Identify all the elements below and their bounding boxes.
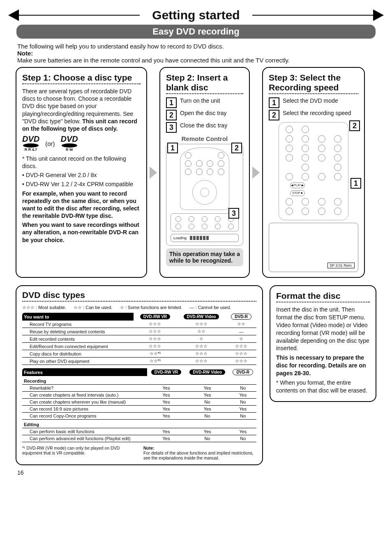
- dvd-r-logo-text: DVD: [22, 136, 39, 143]
- row-label: Play on other DVD equipment: [22, 358, 134, 365]
- num-2-icon: 2: [269, 110, 279, 120]
- dvd-rw-logo-sub: R W: [61, 148, 78, 152]
- col-dvdrw-video: DVD-RW Video: [185, 368, 230, 376]
- table-row: Can record Copy-Once programs Yes No No: [22, 413, 256, 420]
- step1-divider: [22, 83, 141, 84]
- format-box: Format the disc Insert the disc in the u…: [270, 285, 376, 402]
- banner-arrow-left-icon: [8, 9, 19, 21]
- cell: ☆☆: [177, 328, 226, 335]
- table-row: Can create chapters wherever you like (m…: [22, 399, 256, 406]
- cell: ☆☆☆: [134, 343, 176, 350]
- callout-2-icon: 2: [231, 143, 242, 153]
- stop-pill-icon: STOP ■: [290, 190, 305, 196]
- steps-row: Step 1: Choose a disc type There are sev…: [16, 67, 376, 278]
- table-row: Edit/Record from connected equipment ☆☆☆…: [22, 343, 256, 350]
- cell: Yes: [147, 392, 185, 399]
- step1-p1: There are several types of recordable DV…: [22, 88, 141, 132]
- format-p1: Insert the disc in the unit. Then format…: [276, 306, 370, 352]
- num-1-icon: 1: [269, 97, 279, 108]
- cell: —: [226, 328, 256, 335]
- cell: ☆☆☆: [177, 358, 226, 365]
- cell: Yes: [147, 385, 185, 392]
- cell: ☆☆☆: [177, 321, 226, 328]
- step2-item3-text: Close the disc tray: [180, 122, 227, 129]
- loading-label: Loading: [173, 236, 187, 240]
- remote2-diagram-icon: ◀ PLAY ▶ STOP ■ 1: [279, 122, 348, 220]
- row-label: Can record Copy-Once programs: [22, 413, 147, 420]
- table-features: Features DVD-RW VR DVD-RW Video DVD-R Re…: [22, 368, 256, 442]
- remote-button-icon: [207, 169, 213, 175]
- cell: ☆☆☆: [226, 343, 256, 350]
- remote-diagram: 1 2 3: [166, 144, 243, 246]
- banner-line: [19, 15, 140, 16]
- mini-remote-icon: [180, 148, 229, 210]
- page-subtitle: Easy DVD recording: [16, 25, 376, 39]
- section-label: Editing: [22, 420, 256, 428]
- remote-button-icon: [185, 169, 191, 175]
- step3-item2-text: Select the recording speed: [283, 110, 351, 116]
- cell: Yes: [185, 406, 230, 413]
- row-label: Record TV programs: [22, 321, 134, 328]
- table-row: Can create chapters at fixed intervals (…: [22, 392, 256, 399]
- intro-line1: The following will help you to understan…: [17, 43, 375, 50]
- col-dvdrw-video-label: DVD-RW Video: [184, 314, 219, 319]
- row-label: Edit/Record from connected equipment: [22, 343, 134, 350]
- legend-1star: ☆ : Some functions are limited.: [120, 305, 182, 310]
- table-row: Can record 16:9 size pictures Yes Yes Ye…: [22, 406, 256, 413]
- row-label: Can create chapters at fixed intervals (…: [22, 392, 147, 399]
- step1-bullet2: • DVD-RW Ver 1.2 / 2-4x CPRM compatible: [22, 180, 141, 188]
- row-label: Reuse by deleting unwanted contents: [22, 328, 134, 335]
- cell: Yes: [147, 435, 185, 442]
- col-dvdrw-video: DVD-RW Video: [177, 313, 226, 321]
- footnote2-text: For details of the above functions and i…: [143, 450, 254, 460]
- remote-button-icon: [196, 169, 203, 175]
- callout-1-icon: 1: [350, 178, 361, 189]
- table-row: Copy discs for distribution ☆☆*¹ ☆☆☆ ☆☆☆: [22, 350, 256, 358]
- row-label: Edit recorded contents: [22, 335, 134, 343]
- cell: ☆: [177, 335, 226, 343]
- cell: Yes: [185, 428, 230, 435]
- step2-item2: 2Open the disc tray: [166, 110, 243, 120]
- legend: ☆☆☆ : Most suitable. ☆☆ : Can be used. ☆…: [22, 305, 256, 310]
- num-1-icon: 1: [166, 97, 177, 108]
- step3-divider: [269, 93, 358, 94]
- remote-control-label: Remote Control: [166, 135, 243, 142]
- cell: Yes: [147, 428, 185, 435]
- banner-arrow-right-icon: [373, 9, 384, 21]
- cell: ☆☆☆: [177, 350, 226, 358]
- row-label: Can record 16:9 size pictures: [22, 406, 147, 413]
- footnotes: *¹ DVD-RW (VR mode) can only be played o…: [22, 446, 256, 460]
- cell: No: [185, 399, 230, 406]
- cell: Yes: [229, 406, 256, 413]
- table-row: Record TV programs ☆☆☆ ☆☆☆ ☆☆: [22, 321, 256, 328]
- row-label: Can perform basic edit functions: [22, 428, 147, 435]
- cell: ☆☆☆: [134, 321, 176, 328]
- remote-button-icon: [185, 152, 191, 159]
- table2-head: Features: [22, 368, 147, 376]
- footnote2-label: Note:: [143, 446, 154, 450]
- callout-2-icon: 2: [349, 120, 360, 131]
- intro-note-label: Note:: [17, 50, 375, 57]
- step2-item1-text: Turn on the unit: [180, 97, 220, 104]
- remote-button-icon: [218, 160, 224, 167]
- step1-box: Step 1: Choose a disc type There are sev…: [16, 67, 147, 278]
- row-label: Copy discs for distribution: [22, 350, 134, 358]
- dvd-rw-logo-icon: DVD R W: [61, 136, 78, 152]
- remote-button-icon: [218, 169, 224, 175]
- remote-button-icon: [218, 152, 224, 159]
- table-row: Can perform basic edit functions Yes Yes…: [22, 428, 256, 435]
- step3-item2: 2Select the recording speed: [269, 110, 358, 120]
- page-number: 16: [17, 469, 375, 476]
- cell: No: [229, 435, 256, 442]
- num-2-icon: 2: [166, 110, 177, 120]
- disc-types-divider: [22, 301, 256, 302]
- format-p2: This is necessary to prepare the disc fo…: [276, 354, 370, 377]
- step1-p3: For example, when you want to record rep…: [22, 190, 141, 220]
- footnote-1: *¹ DVD-RW (VR mode) can only be played o…: [22, 446, 135, 460]
- step3-box: Step 3: Select the Recording speed 1Sele…: [262, 67, 365, 278]
- step1-bullet1: • DVD-R General Ver 2.0 / 8x: [22, 171, 141, 179]
- section-row: Editing: [22, 420, 256, 428]
- or-label: (or): [45, 140, 55, 147]
- cell: Yes: [147, 406, 185, 413]
- remote-button-icon: [207, 160, 213, 167]
